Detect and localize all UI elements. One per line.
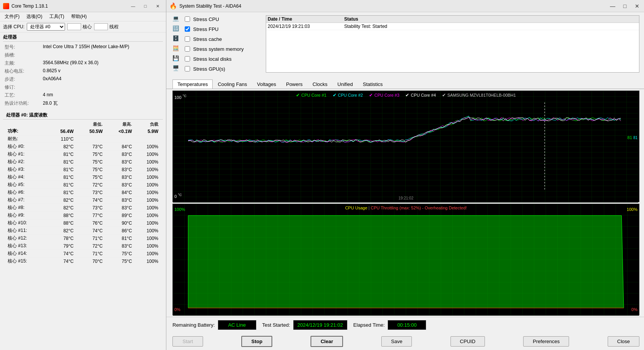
stress-label-fpu: Stress FPU xyxy=(193,26,218,32)
tab-unified[interactable]: Unified xyxy=(332,79,358,89)
elapsed-value: 00:15:00 xyxy=(388,320,426,330)
core-label: 核心 #9: xyxy=(6,212,46,219)
stress-checkbox-fpu[interactable] xyxy=(185,26,190,32)
cores-value[interactable]: 16 xyxy=(67,23,81,30)
clear-button[interactable]: Clear xyxy=(311,336,343,347)
cpu-select[interactable]: 处理器 #0 xyxy=(27,23,65,31)
menu-tools[interactable]: 工具(T) xyxy=(46,13,67,21)
menu-file[interactable]: 文件(F) xyxy=(2,13,23,21)
info-row: 主频:3564.58MHz (99.02 x 36.0) xyxy=(3,59,163,67)
start-button[interactable]: Start xyxy=(172,336,203,347)
right-close-button[interactable]: ✕ xyxy=(632,2,642,10)
stress-icon-cache: 🗄️ xyxy=(172,35,182,43)
core-max: 84°C xyxy=(104,189,133,196)
minimize-button[interactable]: — xyxy=(128,2,138,10)
power-v4: 5.9W xyxy=(133,128,160,135)
stress-and-log-area: 💻 Stress CPU 🔢 Stress FPU 🗄️ Stress cach… xyxy=(166,12,644,76)
legend-item-1: ✔CPU Core #2 xyxy=(333,92,363,98)
menu-help[interactable]: 帮助(H) xyxy=(68,13,90,21)
stress-checkbox-cache[interactable] xyxy=(185,36,190,42)
core-max: 83°C xyxy=(104,196,133,204)
cpu-usage-title: CPU Usage | CPU Throttling (max: 52%) - … xyxy=(345,206,467,210)
core-min: 73°C xyxy=(75,204,104,212)
right-title: System Stability Test - AIDA64 xyxy=(179,3,241,9)
stress-checkbox-gpu[interactable] xyxy=(185,66,190,71)
stress-icon-fpu: 🔢 xyxy=(172,25,182,33)
core-label: 核心 #14: xyxy=(6,250,46,258)
temp-chart-legend: ✔CPU Core #1✔CPU Core #2✔CPU Core #3✔CPU… xyxy=(296,92,516,98)
legend-check-4: ✔ xyxy=(442,92,446,98)
close-button-action[interactable]: Close xyxy=(608,336,639,347)
cpuid-button[interactable]: CPUID xyxy=(450,336,485,347)
legend-label-0: CPU Core #1 xyxy=(301,93,326,97)
core-load: 100% xyxy=(133,151,160,158)
core-row: 核心 #5:81°C72°C83°C100% xyxy=(6,181,160,189)
temp-chart-value: 81 81 xyxy=(628,135,637,140)
save-button[interactable]: Save xyxy=(381,336,412,347)
legend-check-1: ✔ xyxy=(333,92,337,98)
core-load: 100% xyxy=(133,143,160,151)
legend-item-3: ✔CPU Core #4 xyxy=(405,92,436,98)
core-max: 83°C xyxy=(104,173,133,181)
stress-icon-memory: 🧮 xyxy=(172,45,182,53)
core-load: 100% xyxy=(133,242,160,250)
menu-options[interactable]: 选项(O) xyxy=(23,13,45,21)
core-current: 81°C xyxy=(46,166,75,173)
legend-label-2: CPU Core #3 xyxy=(374,93,399,97)
core-max: 83°C xyxy=(104,204,133,212)
temp-chart-y-max: 100 °C xyxy=(174,94,187,100)
right-minimize-button[interactable]: — xyxy=(607,2,618,10)
core-min: 75°C xyxy=(75,158,104,166)
threads-value[interactable]: 22 xyxy=(94,23,108,30)
info-row: 插槽: xyxy=(3,51,163,59)
preferences-button[interactable]: Preferences xyxy=(523,336,569,347)
stop-button[interactable]: Stop xyxy=(241,336,272,347)
info-value xyxy=(41,83,163,91)
chart-area: ✔CPU Core #1✔CPU Core #2✔CPU Core #3✔CPU… xyxy=(166,89,644,317)
core-label: 核心 #0: xyxy=(6,143,46,151)
tab-cooling-fans[interactable]: Cooling Fans xyxy=(213,79,252,89)
core-max: 86°C xyxy=(104,227,133,235)
stress-icon-cpu: 💻 xyxy=(172,15,182,23)
core-current: 74°C xyxy=(46,250,75,258)
temp-chart-x-label: 19:21:02 xyxy=(398,196,413,200)
stress-checkbox-cpu[interactable] xyxy=(185,16,190,22)
close-button[interactable]: ✕ xyxy=(152,2,163,10)
test-started-label: Test Started: xyxy=(262,322,290,328)
core-current: 82°C xyxy=(46,143,75,151)
core-load: 100% xyxy=(133,250,160,258)
col-header-max: 最高. xyxy=(104,121,133,128)
tab-powers[interactable]: Powers xyxy=(281,79,307,89)
stress-item-gpu: 🖥️ Stress GPU(s) xyxy=(172,65,257,73)
core-current: 82°C xyxy=(46,196,75,204)
battery-label: Remaining Battery: xyxy=(172,322,215,328)
stress-checkbox-disk[interactable] xyxy=(185,56,190,62)
tab-clocks[interactable]: Clocks xyxy=(307,79,332,89)
processor-info-table: 型号:Intel Core Ultra 7 155H (Meteor Lake-… xyxy=(3,43,163,107)
core-current: 81°C xyxy=(46,158,75,166)
core-max: 90°C xyxy=(104,219,133,227)
tab-statistics[interactable]: Statistics xyxy=(358,79,388,89)
tab-voltages[interactable]: Voltages xyxy=(252,79,281,89)
log-header: Date / Time Status xyxy=(266,16,639,23)
heat-label: 耐热: xyxy=(6,135,46,143)
heat-value: 110°C xyxy=(46,135,75,143)
tab-temperatures[interactable]: Temperatures xyxy=(172,79,213,89)
legend-label-4: SAMSUNG MZVL81T0HELB-00BH1 xyxy=(447,93,516,97)
core-min: 72°C xyxy=(75,242,104,250)
core-label: 核心 #2: xyxy=(6,158,46,166)
log-datetime-0: 2024/12/19 19:21:03 xyxy=(268,24,344,29)
core-load: 100% xyxy=(133,173,160,181)
core-row: 核心 #2:81°C75°C83°C100% xyxy=(6,158,160,166)
right-restore-button[interactable]: □ xyxy=(620,2,630,10)
info-label: 核心电压: xyxy=(3,67,41,75)
core-load: 100% xyxy=(133,227,160,235)
core-min: 76°C xyxy=(75,219,104,227)
stress-checkbox-memory[interactable] xyxy=(185,46,190,52)
stress-label-cache: Stress cache xyxy=(193,36,222,42)
core-label: 核心 #1: xyxy=(6,151,46,158)
log-row-0: 2024/12/19 19:21:03 Stability Test: Star… xyxy=(266,23,639,30)
temp-table: 最低. 最高. 负载 功率:56.4W50.5W<0.1W5.9W耐热:110°… xyxy=(6,121,160,265)
left-win-controls: — □ ✕ xyxy=(128,2,163,10)
restore-button[interactable]: □ xyxy=(140,2,151,10)
